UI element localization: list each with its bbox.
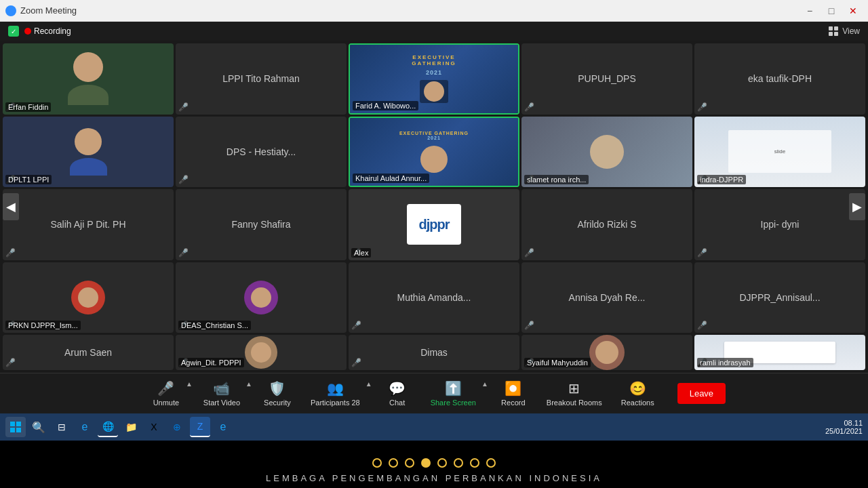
participants-label: Participants 28 <box>311 399 360 407</box>
taskbar-time: 08.11 <box>825 419 863 427</box>
taskbar-folder-button[interactable]: 📁 <box>121 417 141 437</box>
taskbar-chrome-button[interactable]: 🌐 <box>98 417 118 437</box>
mute-icon-2: 🎤 <box>178 102 189 112</box>
dot-4[interactable] <box>421 458 431 468</box>
svg-rect-1 <box>16 422 21 426</box>
participant-cell-15[interactable]: Ippi- dyni 🎤 <box>694 189 865 260</box>
participant-cell-8[interactable]: EXECUTIVE GATHERING 2021 Khairul Aulad A… <box>349 117 519 188</box>
maximize-button[interactable]: □ <box>822 3 841 19</box>
participant-cell-25[interactable]: 🎤 ramli indrasyah <box>694 335 865 370</box>
dot-7[interactable] <box>470 458 479 468</box>
dot-1[interactable] <box>372 458 382 468</box>
participant-cell-14[interactable]: Afrildo Rizki S 🎤 <box>521 189 692 260</box>
security-status-icon: ✓ <box>8 26 19 37</box>
taskbar-excel-button[interactable]: X <box>144 417 164 437</box>
participant-cell-7[interactable]: DPS - Hestiaty... 🎤 <box>176 117 347 188</box>
djppr-logo: djppr <box>407 204 461 245</box>
topbar-right[interactable]: View <box>829 26 860 36</box>
dot-3[interactable] <box>405 458 414 468</box>
participant-name-21: Arum Saen <box>62 344 115 361</box>
dot-2[interactable] <box>389 458 398 468</box>
participant-cell-19[interactable]: Annisa Dyah Re... 🎤 <box>521 262 692 333</box>
reactions-label: Reactions <box>621 399 654 407</box>
start-video-label: Start Video <box>203 399 240 407</box>
participant-cell-16[interactable]: 🎤 PRKN DJPPR_Ism... <box>3 262 174 333</box>
leave-button[interactable]: Leave <box>677 383 726 404</box>
dot-5[interactable] <box>437 458 447 468</box>
taskbar-windows-button[interactable] <box>5 417 26 437</box>
dot-8[interactable] <box>486 458 496 468</box>
participant-name-25: ramli indrasyah <box>697 358 753 367</box>
participant-cell-20[interactable]: DJPPR_Annisaul... 🎤 <box>694 262 865 333</box>
record-label: Record <box>501 399 525 407</box>
participant-name-8: Khairul Aulad Annur... <box>353 174 429 183</box>
participant-cell-12[interactable]: Fanny Shafira 🎤 <box>176 189 347 260</box>
grid-view-icon[interactable] <box>829 26 838 36</box>
participant-name-15: Ippi- dyni <box>758 216 802 232</box>
participant-cell-10[interactable]: slide 🎤 indra-DJPPR <box>694 117 865 188</box>
chat-button[interactable]: 💬 Chat <box>374 378 421 409</box>
taskbar-apps: 🔍 ⊟ e 🌐 📁 X ⊕ Z e <box>5 417 233 437</box>
taskbar-edge-legacy-button[interactable]: e <box>75 417 95 437</box>
participant-name-16: PRKN DJPPR_Ism... <box>5 321 81 330</box>
topbar-left: ✓ Recording <box>8 26 71 37</box>
participants-button[interactable]: 👥 Participants 28 <box>301 378 370 409</box>
titlebar-controls[interactable]: − □ ✕ <box>800 3 863 19</box>
dot-6[interactable] <box>454 458 463 468</box>
share-screen-button[interactable]: ⬆️ Share Screen <box>421 378 486 409</box>
next-page-button[interactable]: ▶ <box>849 193 865 220</box>
participant-name-17: DEAS_Christian S... <box>178 321 251 330</box>
participant-name-6: DPLT1 LPPI <box>5 175 52 184</box>
taskbar-taskview-button[interactable]: ⊟ <box>52 417 72 437</box>
taskbar-edge-button[interactable]: ⊕ <box>167 417 187 437</box>
participant-name-9: slamet rona irch... <box>524 175 589 184</box>
window-title: Zoom Meeting <box>20 5 77 16</box>
participant-cell-9[interactable]: 🎤 slamet rona irch... <box>521 117 692 188</box>
participant-cell-5[interactable]: eka taufik-DPH 🎤 <box>694 43 865 115</box>
participant-cell-1[interactable]: 🎤 Erfan Fiddin <box>3 43 174 115</box>
participant-cell-17[interactable]: 🎤 DEAS_Christian S... <box>176 262 347 333</box>
start-video-button[interactable]: 📹 Start Video <box>194 378 250 409</box>
participant-cell-6[interactable]: 🎤 DPLT1 LPPI <box>3 117 174 188</box>
taskbar-search-button[interactable]: 🔍 <box>28 417 49 437</box>
minimize-button[interactable]: − <box>800 3 819 19</box>
participant-cell-2[interactable]: LPPI Tito Rahman 🎤 <box>176 43 347 115</box>
participant-name-5: eka taufik-DPH <box>745 70 814 87</box>
participant-cell-23[interactable]: Dimas 🎤 <box>349 335 519 370</box>
record-button[interactable]: ⏺️ Record <box>490 378 537 409</box>
reactions-icon: 😊 <box>629 380 646 396</box>
participant-cell-3[interactable]: EXECUTIVE GATHERING 2021 Farid A. Wibowo… <box>349 43 519 115</box>
video-area: ◀ 1/2 ▶ 1/2 🎤 Erfan Fiddin LPPI Tito Rah… <box>0 41 868 373</box>
reactions-button[interactable]: 😊 Reactions <box>612 378 664 409</box>
security-label: Security <box>264 399 291 407</box>
unmute-button[interactable]: 🎤 Unmute <box>142 378 190 409</box>
taskbar-ie-button[interactable]: e <box>213 417 233 437</box>
participant-cell-4[interactable]: PUPUH_DPS 🎤 <box>521 43 692 115</box>
mute-icon-7: 🎤 <box>178 175 189 184</box>
participant-cell-11[interactable]: Salih Aji P Dit. PH 🎤 <box>3 189 174 260</box>
recording-label: Recording <box>34 26 71 36</box>
participants-icon: 👥 <box>327 380 344 396</box>
view-label[interactable]: View <box>842 26 860 36</box>
participant-name-22: Agwin_Dit. PDPPI <box>178 358 244 367</box>
participant-name-12: Fanny Shafira <box>229 216 293 232</box>
taskbar-clock: 08.11 25/01/2021 <box>825 419 863 435</box>
security-button[interactable]: 🛡️ Security <box>254 378 301 409</box>
participant-name-7: DPS - Hestiaty... <box>224 144 298 160</box>
mute-icon-23: 🎤 <box>351 358 361 367</box>
participant-cell-22[interactable]: 🎤 Agwin_Dit. PDPPI <box>176 335 347 370</box>
participant-cell-13[interactable]: djppr 🎤 Alex <box>349 189 519 260</box>
prev-page-button[interactable]: ◀ <box>3 193 19 220</box>
participant-cell-21[interactable]: Arum Saen 🎤 <box>3 335 174 370</box>
participant-name-10: indra-DJPPR <box>697 175 746 184</box>
chat-icon: 💬 <box>389 380 406 396</box>
share-screen-group: ⬆️ Share Screen ▲ <box>421 378 490 409</box>
participant-cell-24[interactable]: 🎤 Syaiful Mahyuddin <box>521 335 692 370</box>
titlebar: Zoom Meeting − □ ✕ <box>0 0 868 22</box>
mute-icon-19: 🎤 <box>524 321 534 330</box>
breakout-rooms-button[interactable]: ⊞ Breakout Rooms <box>537 378 612 409</box>
svg-rect-2 <box>10 428 15 432</box>
taskbar-zoom-button[interactable]: Z <box>190 417 210 437</box>
participant-cell-18[interactable]: Muthia Amanda... 🎤 <box>349 262 519 333</box>
close-button[interactable]: ✕ <box>844 3 863 19</box>
